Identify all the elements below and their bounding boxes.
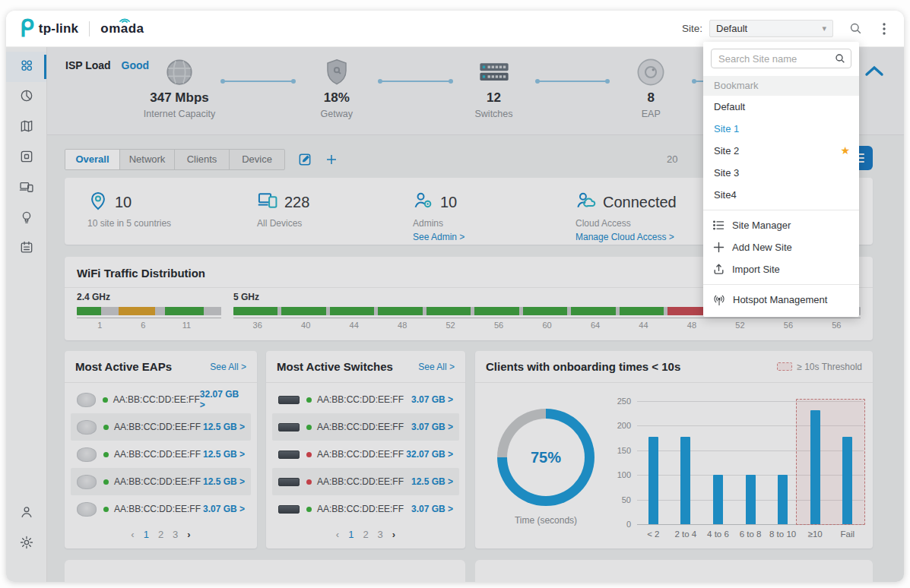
app-window: ᑭ tp-link omada Site: Default ▾ xyxy=(6,11,904,582)
site-option-default[interactable]: Default xyxy=(703,96,859,118)
chevron-down-icon: ▾ xyxy=(822,24,826,33)
menu-item-add-new-site[interactable]: Add New Site xyxy=(703,236,859,258)
brand-name: tp-link xyxy=(39,21,78,36)
menu-item-hotspot-management[interactable]: Hotspot Management xyxy=(703,289,859,311)
search-icon[interactable] xyxy=(848,21,863,36)
hotspot-icon xyxy=(712,293,726,307)
site-label: Site: xyxy=(682,23,702,34)
divider xyxy=(703,210,859,210)
tp-link-logo-icon: ᑭ xyxy=(20,17,34,40)
import-icon xyxy=(712,263,725,276)
list-icon xyxy=(712,219,725,232)
divider xyxy=(703,284,859,285)
site-option-site-1[interactable]: Site 1 xyxy=(703,118,859,140)
site-search xyxy=(711,49,851,68)
star-icon[interactable]: ★ xyxy=(840,140,850,162)
site-search-input[interactable] xyxy=(711,49,851,68)
site-dropdown-panel: Bookmark DefaultSite 1Site 2★Site 3Site4… xyxy=(703,42,859,317)
logo-divider xyxy=(89,21,90,36)
site-select[interactable]: Default ▾ xyxy=(709,20,833,37)
plus-icon xyxy=(712,241,725,254)
site-option-site-2[interactable]: Site 2★ xyxy=(703,140,859,162)
topbar-right: Site: Default ▾ xyxy=(682,20,890,37)
menu-item-import-site[interactable]: Import Site xyxy=(703,258,859,280)
omada-wifi-arc-icon xyxy=(119,15,131,23)
bookmark-section-header: Bookmark xyxy=(703,76,859,96)
site-option-site4[interactable]: Site4 xyxy=(703,184,859,206)
site-select-value: Default xyxy=(716,23,822,34)
site-list: DefaultSite 1Site 2★Site 3Site4 xyxy=(703,96,859,206)
kebab-menu-icon[interactable] xyxy=(878,22,890,36)
product-name: omada xyxy=(100,21,144,36)
search-icon xyxy=(834,52,846,68)
site-footer-action: Hotspot Management xyxy=(703,289,859,311)
site-actions: Site ManagerAdd New SiteImport Site xyxy=(703,214,859,280)
site-option-site-3[interactable]: Site 3 xyxy=(703,162,859,184)
menu-item-site-manager[interactable]: Site Manager xyxy=(703,214,859,236)
